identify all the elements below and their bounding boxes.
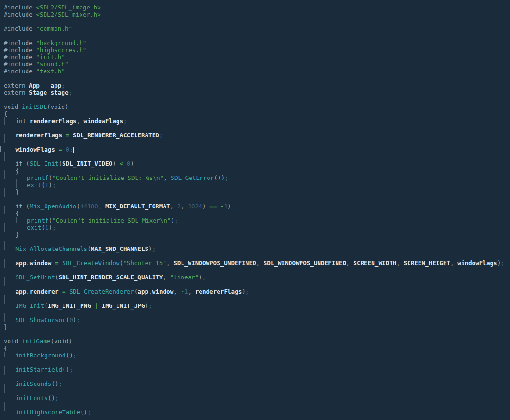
code-token[interactable]: ,	[170, 203, 177, 210]
code-token[interactable]: ;	[76, 316, 80, 323]
code-token[interactable]: windowFlags	[457, 259, 497, 267]
code-token[interactable]: {	[16, 210, 19, 217]
code-token[interactable]: ;	[225, 174, 228, 181]
code-token[interactable]: Mix_AllocateChannels	[16, 245, 88, 252]
code-token[interactable]: "Shooter 15"	[123, 259, 166, 267]
code-token[interactable]: printf	[27, 174, 49, 181]
code-token[interactable]: MAX_SND_CHANNELS	[91, 245, 148, 252]
code-token[interactable]: void	[4, 103, 22, 110]
code-token[interactable]: ;	[73, 352, 77, 359]
code-line[interactable]: initStarfield();	[0, 366, 510, 373]
code-token[interactable]: ,	[188, 288, 195, 295]
code-line[interactable]: app.renderer = SDL_CreateRenderer(app.wi…	[0, 288, 510, 295]
code-token[interactable]: )	[228, 203, 231, 210]
code-token[interactable]: =	[55, 259, 59, 267]
code-token[interactable]: ;	[52, 224, 56, 231]
code-token[interactable]: printf	[27, 217, 49, 224]
code-token[interactable]: "highscores.h"	[36, 46, 86, 54]
code-token[interactable]: #include	[4, 61, 36, 68]
code-line[interactable]	[0, 373, 510, 380]
code-token[interactable]: ;	[174, 217, 178, 224]
code-token[interactable]: #include	[4, 46, 36, 54]
code-line[interactable]: Mix_AllocateChannels(MAX_SND_CHANNELS);	[0, 245, 510, 252]
code-token[interactable]: )	[199, 274, 202, 281]
code-line[interactable]: #include <SDL2/SDL_mixer.h>	[0, 11, 510, 18]
code-token[interactable]	[123, 160, 127, 167]
code-line[interactable]: #include "background.h"	[0, 39, 510, 46]
code-token[interactable]: -	[181, 288, 184, 295]
code-token[interactable]: ;	[69, 89, 73, 96]
code-line[interactable]: IMG_Init(IMG_INIT_PNG | IMG_INIT_JPG);	[0, 302, 510, 309]
code-line[interactable]: exit(1);	[0, 181, 510, 188]
code-token[interactable]: }	[4, 323, 8, 331]
code-token[interactable]: ,	[256, 259, 264, 267]
code-token[interactable]: "sound.h"	[36, 61, 68, 68]
code-line[interactable]	[0, 139, 510, 146]
code-token[interactable]: 0	[69, 316, 73, 323]
code-token[interactable]: exit	[27, 181, 41, 188]
code-line[interactable]: void initSDL(void)	[0, 103, 510, 110]
code-line[interactable]	[0, 196, 510, 203]
code-token[interactable]: initSounds	[16, 380, 52, 387]
code-token[interactable]	[62, 146, 66, 153]
code-token[interactable]: windowFlags	[16, 146, 55, 153]
code-token[interactable]: (	[44, 302, 48, 309]
code-token[interactable]: 1024	[188, 203, 202, 210]
code-token[interactable]: (	[119, 259, 123, 267]
code-token[interactable]	[59, 259, 63, 267]
code-token[interactable]: IMG_INIT_JPG	[102, 302, 145, 309]
code-line[interactable]	[0, 96, 510, 103]
code-token[interactable]: ,	[98, 203, 105, 210]
code-token[interactable]: <SDL2/SDL_image.h>	[36, 4, 100, 11]
code-token[interactable]: )	[171, 217, 174, 224]
code-token[interactable]: "background.h"	[36, 39, 86, 46]
code-line[interactable]	[0, 125, 510, 132]
code-token[interactable]: initHighscoreTable	[16, 409, 80, 416]
code-token[interactable]: void	[4, 338, 22, 345]
code-token[interactable]: if (	[16, 203, 30, 210]
code-token[interactable]: MIX_DEFAULT_FORMAT	[105, 203, 170, 210]
code-token[interactable]: {	[4, 345, 8, 352]
code-token[interactable]: ()	[80, 409, 87, 416]
code-token[interactable]: #include	[4, 39, 36, 46]
code-token[interactable]: #include	[4, 25, 36, 32]
code-token[interactable]: )	[148, 245, 152, 252]
code-token[interactable]: extern	[4, 82, 29, 89]
code-line[interactable]: #include "init.h"	[0, 54, 510, 61]
code-token[interactable]: window	[152, 288, 174, 295]
code-line[interactable]	[0, 75, 510, 82]
code-token[interactable]: ==	[209, 203, 217, 210]
code-token[interactable]: ;	[55, 394, 59, 402]
code-token[interactable]: ,	[163, 274, 170, 281]
code-token[interactable]: )	[202, 203, 209, 210]
code-token[interactable]: initGame	[22, 338, 51, 345]
code-token[interactable]: ;	[69, 146, 73, 153]
code-line[interactable]	[0, 281, 510, 288]
code-line[interactable]: #include "sound.h"	[0, 61, 510, 68]
code-token[interactable]: SDL_SetHint	[16, 274, 55, 281]
code-token[interactable]: rendererFlags	[16, 132, 63, 139]
code-token[interactable]: SDL_HINT_RENDER_SCALE_QUALITY	[59, 274, 163, 281]
code-token[interactable]: App	[29, 82, 40, 89]
code-token[interactable]: (	[87, 245, 91, 252]
code-token[interactable]: initFonts	[16, 394, 48, 402]
code-line[interactable]: }	[0, 323, 510, 331]
code-token[interactable]: SDL_RENDERER_ACCELERATED	[73, 132, 159, 139]
code-token[interactable]: SDL_INIT_VIDEO	[62, 160, 112, 167]
code-line[interactable]: printf("Couldn't initialize SDL Mixer\n"…	[0, 217, 510, 224]
code-line[interactable]: {	[0, 110, 510, 117]
code-token[interactable]: ;	[69, 366, 73, 373]
code-token[interactable]: (	[59, 160, 63, 167]
code-token[interactable]: ,	[396, 259, 403, 267]
code-token[interactable]: ;	[202, 274, 206, 281]
code-token[interactable]: ,	[76, 117, 83, 125]
code-token[interactable]: #include	[4, 54, 36, 61]
code-token[interactable]: .	[148, 288, 152, 295]
code-line[interactable]: #include "common.h"	[0, 25, 510, 32]
code-editor[interactable]: #include <SDL2/SDL_image.h>#include <SDL…	[0, 0, 510, 420]
code-token[interactable]: (void)	[51, 338, 73, 345]
code-line[interactable]: #include "highscores.h"	[0, 46, 510, 54]
code-token[interactable]: ,	[450, 259, 457, 267]
code-line[interactable]	[0, 267, 510, 274]
code-line[interactable]	[0, 295, 510, 302]
